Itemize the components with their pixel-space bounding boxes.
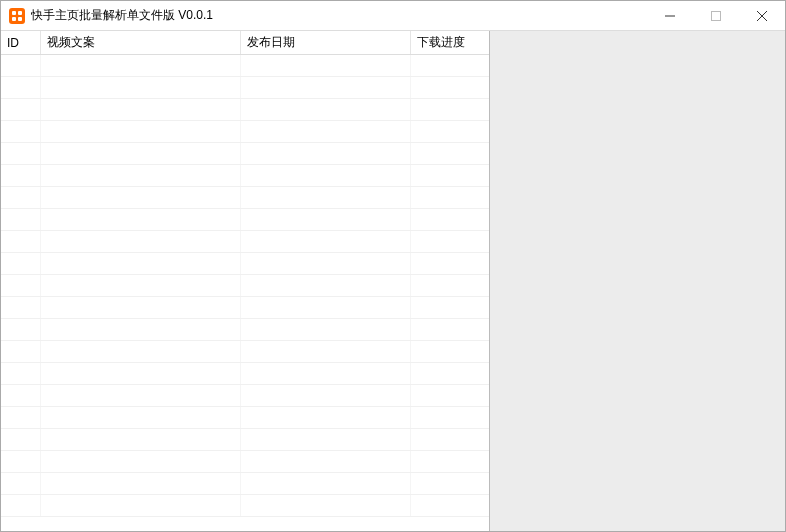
table-cell	[41, 297, 241, 318]
svg-rect-2	[12, 17, 16, 21]
app-window: 快手主页批量解析单文件版 V0.0.1 ID 视频文案 发布日期 下载进度	[0, 0, 786, 532]
table-row[interactable]	[1, 121, 489, 143]
table-cell	[41, 385, 241, 406]
table-row[interactable]	[1, 187, 489, 209]
table-cell	[41, 231, 241, 252]
table-header: ID 视频文案 发布日期 下载进度	[1, 31, 489, 55]
table-cell	[1, 429, 41, 450]
table-cell	[1, 143, 41, 164]
table-cell	[241, 187, 411, 208]
table-cell	[1, 385, 41, 406]
table-cell	[411, 407, 489, 428]
table-cell	[241, 495, 411, 516]
table-cell	[411, 429, 489, 450]
table-cell	[411, 55, 489, 76]
table-row[interactable]	[1, 99, 489, 121]
table-cell	[41, 143, 241, 164]
table-cell	[41, 473, 241, 494]
table-cell	[1, 209, 41, 230]
column-header-date[interactable]: 发布日期	[241, 31, 411, 54]
svg-rect-3	[18, 17, 22, 21]
table-row[interactable]	[1, 209, 489, 231]
table-row[interactable]	[1, 363, 489, 385]
table-cell	[411, 297, 489, 318]
table-cell	[411, 275, 489, 296]
table-row[interactable]	[1, 319, 489, 341]
table-cell	[1, 77, 41, 98]
table-cell	[411, 77, 489, 98]
table-cell	[1, 473, 41, 494]
table-row[interactable]	[1, 253, 489, 275]
table-cell	[411, 341, 489, 362]
maximize-button	[693, 1, 739, 30]
table-cell	[411, 187, 489, 208]
table-cell	[41, 407, 241, 428]
table-row[interactable]	[1, 451, 489, 473]
column-header-copy[interactable]: 视频文案	[41, 31, 241, 54]
minimize-button[interactable]	[647, 1, 693, 30]
table-cell	[411, 99, 489, 120]
table-cell	[1, 253, 41, 274]
table-row[interactable]	[1, 341, 489, 363]
table-row[interactable]	[1, 429, 489, 451]
table-row[interactable]	[1, 143, 489, 165]
table-cell	[41, 429, 241, 450]
table-cell	[411, 385, 489, 406]
table-row[interactable]	[1, 385, 489, 407]
table-cell	[41, 253, 241, 274]
table-cell	[411, 363, 489, 384]
table-row[interactable]	[1, 297, 489, 319]
table-cell	[411, 209, 489, 230]
table-cell	[41, 275, 241, 296]
table-row[interactable]	[1, 473, 489, 495]
table-cell	[411, 451, 489, 472]
table-cell	[41, 363, 241, 384]
table-row[interactable]	[1, 55, 489, 77]
table-row[interactable]	[1, 77, 489, 99]
table-row[interactable]	[1, 165, 489, 187]
table-cell	[241, 253, 411, 274]
app-icon	[9, 8, 25, 24]
table-cell	[41, 99, 241, 120]
table-row[interactable]	[1, 275, 489, 297]
table-cell	[1, 341, 41, 362]
column-header-id[interactable]: ID	[1, 31, 41, 54]
table-cell	[411, 165, 489, 186]
table-row[interactable]	[1, 231, 489, 253]
table-cell	[241, 473, 411, 494]
table-cell	[41, 451, 241, 472]
titlebar[interactable]: 快手主页批量解析单文件版 V0.0.1	[1, 1, 785, 31]
table-cell	[1, 407, 41, 428]
table-cell	[241, 143, 411, 164]
table-cell	[241, 209, 411, 230]
table-cell	[41, 495, 241, 516]
table-cell	[1, 275, 41, 296]
table-cell	[41, 55, 241, 76]
table-cell	[1, 165, 41, 186]
table-cell	[241, 341, 411, 362]
column-header-progress[interactable]: 下载进度	[411, 31, 489, 54]
table-cell	[411, 319, 489, 340]
table-cell	[41, 121, 241, 142]
window-title: 快手主页批量解析单文件版 V0.0.1	[31, 7, 647, 24]
table-row[interactable]	[1, 407, 489, 429]
window-controls	[647, 1, 785, 30]
table-cell	[241, 77, 411, 98]
client-area: ID 视频文案 发布日期 下载进度	[1, 31, 785, 531]
table-cell	[241, 363, 411, 384]
table-cell	[411, 495, 489, 516]
table-cell	[241, 385, 411, 406]
table-cell	[1, 319, 41, 340]
table-cell	[241, 451, 411, 472]
table-cell	[241, 297, 411, 318]
table-cell	[1, 363, 41, 384]
table-body[interactable]	[1, 55, 489, 531]
table-cell	[411, 473, 489, 494]
table-cell	[41, 187, 241, 208]
table-cell	[241, 319, 411, 340]
table-row[interactable]	[1, 495, 489, 517]
svg-rect-0	[12, 11, 16, 15]
close-button[interactable]	[739, 1, 785, 30]
table-cell	[1, 451, 41, 472]
table-cell	[411, 253, 489, 274]
